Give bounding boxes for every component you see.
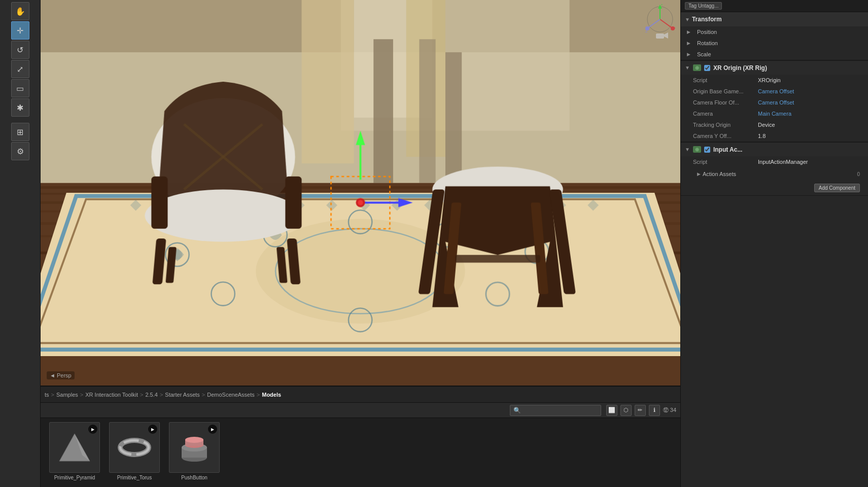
scene-svg [41, 0, 680, 386]
action-expand-icon: ▶ [697, 171, 701, 177]
breadcrumb-xr[interactable]: XR Interaction Toolkit [85, 392, 138, 398]
svg-point-51 [145, 190, 301, 242]
asset-torus[interactable]: ▶ Primitive_Torus [107, 422, 162, 483]
origin-base-label: Origin Base Game... [693, 88, 754, 94]
svg-rect-7 [373, 39, 393, 183]
icon-btn-2[interactable]: ⬡ [620, 405, 632, 416]
extra-tool-btn[interactable]: ⊞ [11, 123, 29, 141]
action-assets-header[interactable]: ▶ Action Assets 0 [693, 169, 864, 179]
tag-row: Tag Untagg... [681, 0, 868, 12]
svg-rect-52 [151, 177, 167, 229]
xr-camera-row: Camera Main Camera [681, 108, 868, 119]
breadcrumb-ts[interactable]: ts [45, 392, 49, 398]
rotation-arrow: ▶ [687, 41, 695, 46]
xr-origin-header[interactable]: ▼ ⊕ XR Origin (XR Rig) [681, 60, 868, 75]
camera-y-value: 1.8 [758, 133, 864, 139]
asset-name-pyramid: Primitive_Pyramid [54, 475, 95, 480]
input-script-label: Script [693, 159, 754, 165]
xr-script-value[interactable]: XROrigin [758, 77, 864, 83]
xr-collapse-icon: ▼ [685, 65, 690, 71]
origin-base-value[interactable]: Camera Offset [758, 88, 864, 94]
rotate-tool-btn[interactable]: ↺ [11, 41, 29, 59]
breadcrumb-demo[interactable]: DemoSceneAssets [207, 392, 255, 398]
search-bar[interactable]: 🔍 [510, 405, 601, 416]
xr-origin-section: ▼ ⊕ XR Origin (XR Rig) Script XROrigin O… [681, 60, 868, 142]
scale-tool-btn[interactable]: ⤢ [11, 60, 29, 78]
input-script-row: Script InputActionManager [681, 156, 868, 167]
asset-pushbutton[interactable]: ▶ PushButton [166, 422, 222, 483]
asset-play-btn-pushbutton[interactable]: ▶ [208, 425, 217, 434]
svg-text:X: X [674, 26, 675, 30]
asset-thumb-pyramid[interactable]: ▶ [49, 422, 100, 473]
action-count: 0 [857, 171, 860, 177]
svg-rect-9 [445, 52, 462, 183]
svg-point-74 [358, 200, 363, 205]
persp-label: ◄ Persp [47, 371, 75, 379]
xr-origin-base-row: Origin Base Game... Camera Offset [681, 86, 868, 97]
search-icon: 🔍 [513, 407, 521, 414]
xr-enable-checkbox[interactable] [704, 65, 710, 71]
svg-line-82 [647, 19, 660, 28]
xr-tracking-row: Tracking Origin Device [681, 119, 868, 130]
position-row: ▶ Position [681, 26, 868, 38]
add-component-btn[interactable]: Add Component [814, 184, 860, 192]
xr-script-label: Script [693, 77, 754, 83]
asset-play-btn-torus[interactable]: ▶ [148, 425, 157, 434]
position-label: Position [697, 29, 717, 35]
move-tool-btn[interactable]: ✛ [11, 21, 29, 40]
xr-icon: ⊕ [693, 64, 701, 71]
tracking-origin-value[interactable]: Device [758, 122, 864, 128]
breadcrumb-starter[interactable]: Starter Assets [165, 392, 199, 398]
input-script-value[interactable]: InputActionManager [758, 159, 864, 165]
camera-floor-label: Camera Floor Of... [693, 99, 754, 106]
collapse-icon: ▼ [685, 17, 690, 22]
rect-tool-btn[interactable]: ▭ [11, 79, 29, 97]
icon-btn-1[interactable]: ⬜ [606, 405, 617, 416]
search-input[interactable] [523, 407, 598, 413]
rotation-row: ▶ Rotation [681, 38, 868, 49]
svg-rect-8 [419, 39, 435, 183]
custom-tool-btn[interactable]: ✱ [11, 98, 29, 117]
svg-point-96 [185, 437, 203, 443]
rotation-label: Rotation [697, 40, 718, 46]
input-enable-checkbox[interactable] [704, 147, 710, 153]
scale-label: Scale [697, 51, 711, 57]
svg-line-79 [660, 19, 673, 28]
input-action-section: ▼ ⊕ Input Ac... Script InputActionManage… [681, 142, 868, 196]
xr-camera-y-row: Camera Y Off... 1.8 [681, 130, 868, 142]
input-icon: ⊕ [693, 146, 701, 153]
left-toolbar: ✋ ✛ ↺ ⤢ ▭ ✱ ⊞ ⚙ [0, 0, 41, 487]
breadcrumb-version[interactable]: 2.5.4 [145, 392, 157, 398]
camera-value[interactable]: Main Camera [758, 111, 864, 117]
tag-badge[interactable]: Tag Untagg... [685, 2, 722, 10]
icon-btn-4[interactable]: ℹ [649, 405, 660, 416]
position-arrow: ▶ [687, 29, 695, 34]
extra2-tool-btn[interactable]: ⚙ [11, 142, 29, 160]
tracking-origin-label: Tracking Origin [693, 122, 754, 128]
xr-script-row: Script XROrigin [681, 75, 868, 86]
camera-floor-value[interactable]: Camera Offset [758, 99, 864, 106]
asset-play-btn-pyramid[interactable]: ▶ [88, 425, 97, 434]
bottom-asset-toolbar: 🔍 ⬜ ⬡ ✏ ℹ ⑫ 34 [41, 403, 680, 418]
hand-tool-btn[interactable]: ✋ [11, 2, 29, 20]
svg-marker-86 [664, 32, 668, 39]
zoom-label: ⑫ 34 [663, 406, 676, 414]
action-assets-row: ▶ Action Assets 0 [681, 167, 868, 181]
svg-rect-67 [455, 255, 540, 262]
breadcrumb-bar: ts > Samples > XR Interaction Toolkit > … [41, 387, 680, 403]
transform-title: Transform [692, 16, 722, 23]
transform-header[interactable]: ▼ Transform [681, 12, 868, 26]
scale-arrow: ▶ [687, 52, 695, 57]
asset-name-torus: Primitive_Torus [117, 475, 152, 480]
inspector-panel: Tag Untagg... ▼ Transform ▶ Position ▶ R… [680, 0, 868, 487]
svg-rect-11 [41, 186, 680, 189]
asset-pyramid[interactable]: ▶ Primitive_Pyramid [47, 422, 102, 483]
icon-btn-3[interactable]: ✏ [635, 405, 646, 416]
svg-rect-85 [656, 33, 664, 39]
scene-viewport[interactable]: ◄ Persp Y X Z [41, 0, 680, 386]
breadcrumb-samples[interactable]: Samples [56, 392, 78, 398]
asset-thumb-torus[interactable]: ▶ [109, 422, 160, 473]
breadcrumb-models[interactable]: Models [262, 392, 281, 398]
asset-thumb-pushbutton[interactable]: ▶ [169, 422, 220, 473]
input-action-header[interactable]: ▼ ⊕ Input Ac... [681, 142, 868, 156]
